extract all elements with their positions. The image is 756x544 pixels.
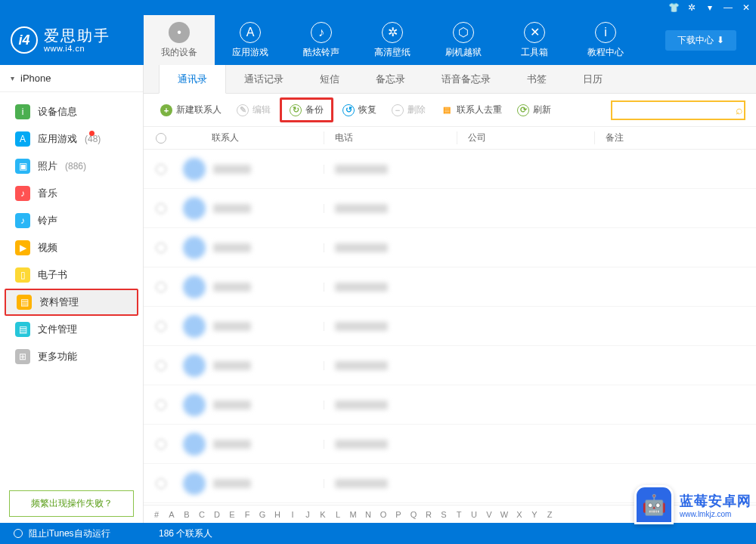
close-icon[interactable]: ✕ — [741, 2, 751, 13]
sidebar-icon: ▯ — [15, 267, 30, 283]
gear-icon[interactable]: ✲ — [686, 2, 697, 13]
search-box[interactable]: ⌕ — [611, 100, 745, 120]
sidebar-item-5[interactable]: ▶视频 — [0, 234, 143, 261]
restore-button[interactable]: ↺恢复 — [336, 101, 383, 119]
alpha-E[interactable]: E — [227, 510, 237, 519]
tab-6[interactable]: 日历 — [565, 65, 621, 93]
table-row[interactable] — [144, 307, 756, 346]
row-checkbox[interactable] — [156, 243, 166, 253]
table-row[interactable] — [144, 346, 756, 385]
backup-button[interactable]: ↻备份 — [280, 97, 333, 122]
sidebar-item-7[interactable]: ▤资料管理 — [5, 289, 138, 316]
table-row[interactable] — [144, 150, 756, 189]
alpha-R[interactable]: R — [423, 510, 434, 519]
sidebar-item-0[interactable]: i设备信息 — [0, 98, 143, 125]
table-row[interactable] — [144, 228, 756, 267]
nav-item-6[interactable]: i教程中心 — [570, 15, 641, 65]
alpha-P[interactable]: P — [393, 510, 404, 519]
dropdown-icon[interactable]: ▾ — [705, 2, 715, 13]
nav-item-4[interactable]: ⬡刷机越狱 — [428, 15, 499, 65]
col-company[interactable]: 公司 — [457, 131, 594, 144]
col-phone[interactable]: 电话 — [324, 131, 457, 144]
shirt-icon[interactable]: 👕 — [668, 2, 679, 13]
row-checkbox[interactable] — [156, 478, 166, 489]
alpha-Q[interactable]: Q — [408, 510, 419, 519]
nav-item-3[interactable]: ✲高清壁纸 — [357, 15, 428, 65]
sidebar-item-1[interactable]: A应用游戏(48) — [0, 125, 143, 153]
alpha-Z[interactable]: Z — [544, 510, 555, 519]
tab-3[interactable]: 备忘录 — [358, 65, 423, 93]
alpha-Y[interactable]: Y — [529, 510, 540, 519]
nav-item-0[interactable]: •我的设备 — [144, 15, 215, 65]
minimize-icon[interactable]: — — [723, 2, 733, 13]
sidebar-item-4[interactable]: ♪铃声 — [0, 207, 143, 234]
col-contact[interactable]: 联系人 — [178, 131, 324, 144]
select-all-checkbox[interactable] — [156, 133, 166, 144]
alpha-C[interactable]: C — [197, 510, 207, 519]
alpha-U[interactable]: U — [469, 510, 479, 519]
alpha-B[interactable]: B — [181, 510, 192, 519]
search-input[interactable] — [612, 105, 735, 116]
edit-button[interactable]: ✎编辑 — [231, 101, 277, 119]
download-center-button[interactable]: 下载中心⬇ — [665, 30, 736, 51]
alpha-D[interactable]: D — [212, 510, 222, 519]
alpha-J[interactable]: J — [302, 510, 313, 519]
sidebar-item-3[interactable]: ♪音乐 — [0, 180, 143, 207]
delete-button[interactable]: −删除 — [386, 101, 432, 119]
dedupe-button[interactable]: ▤联系人去重 — [435, 101, 508, 119]
device-selector[interactable]: iPhone — [0, 65, 143, 92]
row-checkbox[interactable] — [156, 282, 166, 292]
logo-en: www.i4.cn — [44, 44, 110, 53]
sidebar-item-6[interactable]: ▯电子书 — [0, 261, 143, 289]
nav-item-1[interactable]: A应用游戏 — [215, 15, 286, 65]
backup-icon: ↻ — [290, 104, 302, 116]
row-checkbox[interactable] — [156, 400, 166, 410]
row-checkbox[interactable] — [156, 439, 166, 450]
alpha-#[interactable]: # — [151, 510, 162, 519]
itunes-toggle[interactable]: 阻止iTunes自动运行 — [0, 527, 144, 540]
alpha-F[interactable]: F — [242, 510, 253, 519]
sidebar-item-8[interactable]: ▤文件管理 — [0, 316, 143, 343]
alpha-A[interactable]: A — [166, 510, 177, 519]
tab-5[interactable]: 书签 — [509, 65, 565, 93]
alpha-K[interactable]: K — [318, 510, 328, 519]
sidebar-help-link[interactable]: 频繁出现操作失败？ — [9, 490, 134, 517]
alpha-T[interactable]: T — [454, 510, 464, 519]
table-row[interactable] — [144, 425, 756, 464]
tab-2[interactable]: 短信 — [302, 65, 358, 93]
search-icon[interactable]: ⌕ — [735, 104, 744, 117]
alpha-L[interactable]: L — [333, 510, 343, 519]
alpha-W[interactable]: W — [499, 510, 510, 519]
sidebar-icon: ▤ — [15, 322, 30, 337]
refresh-icon: ⟳ — [517, 104, 529, 116]
sidebar-icon: ▣ — [15, 159, 30, 174]
alpha-I[interactable]: I — [287, 510, 298, 519]
alpha-X[interactable]: X — [514, 510, 525, 519]
alpha-V[interactable]: V — [484, 510, 494, 519]
table-row[interactable] — [144, 267, 756, 307]
sidebar-item-2[interactable]: ▣照片(886) — [0, 153, 143, 180]
sidebar-icon: ▶ — [15, 240, 30, 255]
refresh-button[interactable]: ⟳刷新 — [511, 101, 557, 119]
new-contact-button[interactable]: +新建联系人 — [154, 101, 228, 119]
tab-4[interactable]: 语音备忘录 — [423, 65, 509, 93]
alpha-M[interactable]: M — [348, 510, 358, 519]
row-checkbox[interactable] — [156, 203, 166, 214]
nav-item-5[interactable]: ✕工具箱 — [499, 15, 570, 65]
alpha-O[interactable]: O — [378, 510, 389, 519]
avatar — [183, 472, 206, 495]
alpha-G[interactable]: G — [257, 510, 268, 519]
table-row[interactable] — [144, 385, 756, 425]
alpha-N[interactable]: N — [363, 510, 373, 519]
sidebar-item-9[interactable]: ⊞更多功能 — [0, 343, 143, 370]
row-checkbox[interactable] — [156, 164, 166, 175]
alpha-H[interactable]: H — [272, 510, 283, 519]
row-checkbox[interactable] — [156, 321, 166, 332]
col-note[interactable]: 备注 — [594, 131, 756, 144]
tab-1[interactable]: 通话记录 — [226, 65, 302, 93]
tab-0[interactable]: 通讯录 — [159, 65, 226, 94]
alpha-S[interactable]: S — [438, 510, 449, 519]
nav-item-2[interactable]: ♪酷炫铃声 — [286, 15, 357, 65]
row-checkbox[interactable] — [156, 360, 166, 371]
table-row[interactable] — [144, 189, 756, 228]
